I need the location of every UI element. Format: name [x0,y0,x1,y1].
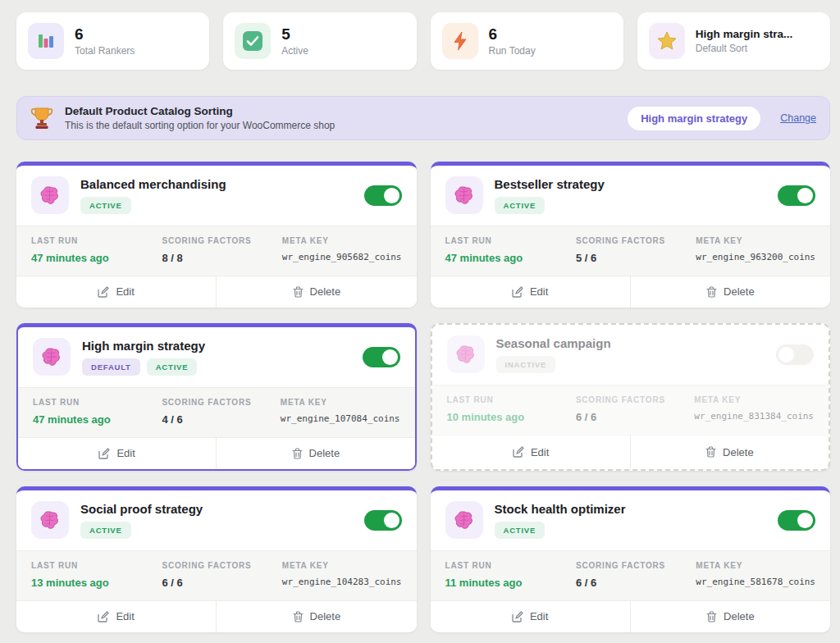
bolt-icon [442,23,478,59]
last-run-value: 11 minutes ago [445,577,571,589]
status-badge: ACTIVE [80,522,131,539]
brain-icon [445,501,483,539]
status-badge: ACTIVE [495,522,546,539]
status-badge: ACTIVE [147,358,198,376]
scoring-factors-label: SCORING FACTORS [162,236,276,245]
scoring-factors-label: SCORING FACTORS [576,236,691,245]
stat-card-total-rankers: 6 Total Rankers [16,12,209,70]
stat-card-run-today: 6 Run Today [431,12,623,70]
stat-label: Default Sort [696,43,793,54]
toggle-knob [778,347,794,363]
banner-title: Default Product Catalog Sorting [65,105,616,117]
brain-icon [31,176,69,214]
stat-label: Run Today [489,45,536,57]
delete-button[interactable]: Delete [630,276,830,308]
enable-toggle[interactable] [778,510,815,531]
card-stats: LAST RUN 47 minutes ago SCORING FACTORS … [16,226,417,276]
trophy-icon [30,106,53,130]
stat-value: High margin stra... [696,28,793,41]
strategy-card: Stock health optimizer ACTIVE LAST RUN 1… [431,486,831,632]
meta-key-label: META KEY [282,236,402,245]
meta-key-value: wr_engine_104283_coins [282,577,402,587]
delete-button[interactable]: Delete [216,276,416,308]
meta-key-label: META KEY [281,398,400,407]
scoring-factors-label: SCORING FACTORS [162,561,276,570]
scoring-factors-label: SCORING FACTORS [576,561,691,570]
edit-button[interactable]: Edit [431,276,630,308]
meta-key-value: wr_engine_831384_coins [694,411,814,422]
delete-button-label: Delete [310,285,341,298]
trash-icon [293,286,304,298]
brain-icon [447,335,485,373]
scoring-factors-value: 8 / 8 [162,252,276,264]
current-default-strategy-pill[interactable]: High margin strategy [628,107,760,130]
stat-label: Active [281,45,308,57]
edit-button-label: Edit [530,285,548,298]
meta-key-value: wr_engine_581678_coins [696,577,815,587]
brain-icon [33,338,71,376]
scoring-factors-label: SCORING FACTORS [576,395,689,404]
enable-toggle[interactable] [776,344,814,365]
enable-toggle[interactable] [364,510,402,531]
delete-button[interactable]: Delete [630,436,829,469]
last-run-value: 47 minutes ago [33,413,157,426]
badge-row: ACTIVE [80,197,353,214]
card-footer: Edit Delete [18,438,415,469]
last-run-value: 47 minutes ago [31,252,157,264]
meta-key-label: META KEY [694,395,814,404]
delete-button[interactable]: Delete [630,601,830,632]
status-badge: ACTIVE [495,197,546,214]
edit-button-label: Edit [116,447,135,459]
card-stats: LAST RUN 10 minutes ago SCORING FACTORS … [432,385,829,436]
strategy-grid: Balanced merchandising ACTIVE LAST RUN 4… [16,162,830,632]
meta-key-label: META KEY [696,561,815,570]
stat-card-default-sort: High margin stra... Default Sort [637,12,830,70]
change-default-link[interactable]: Change [780,112,816,124]
trash-icon [706,611,717,622]
strategy-name: Stock health optimizer [495,502,767,516]
last-run-label: LAST RUN [33,398,157,407]
strategy-name: Seasonal campaign [496,336,765,350]
card-footer: Edit Delete [16,276,417,308]
stat-card-active: 5 Active [223,12,416,70]
brain-icon [31,501,69,539]
scoring-factors-value: 4 / 6 [162,413,275,426]
last-run-label: LAST RUN [447,395,571,404]
meta-key-label: META KEY [282,561,402,570]
meta-key-label: META KEY [696,236,815,245]
last-run-value: 47 minutes ago [445,252,571,264]
delete-button-label: Delete [724,610,755,622]
enable-toggle[interactable] [364,185,402,206]
edit-button[interactable]: Edit [18,438,216,469]
toggle-knob [797,188,813,203]
edit-button[interactable]: Edit [16,601,216,632]
enable-toggle[interactable] [778,185,815,206]
edit-button[interactable]: Edit [16,276,216,308]
stats-row: 6 Total Rankers 5 Active 6 Run Today [16,12,830,70]
stat-value: 6 [75,25,135,43]
badge-row: ACTIVE [80,522,353,539]
edit-icon [513,446,524,458]
stat-label: Total Rankers [75,45,135,57]
enable-toggle[interactable] [363,347,400,367]
edit-button-label: Edit [530,610,548,622]
scoring-factors-value: 5 / 6 [576,252,691,264]
edit-icon [98,448,110,459]
last-run-label: LAST RUN [31,236,157,245]
delete-button-label: Delete [723,446,754,458]
edit-button[interactable]: Edit [431,601,630,632]
card-stats: LAST RUN 47 minutes ago SCORING FACTORS … [18,387,415,438]
bar-chart-icon [28,23,64,59]
last-run-label: LAST RUN [445,561,571,570]
banner-subtitle: This is the default sorting option for y… [65,120,616,131]
strategy-name: High margin strategy [82,339,351,353]
delete-button-label: Delete [309,447,340,459]
star-icon [649,23,685,59]
delete-button-label: Delete [310,610,341,622]
last-run-value: 13 minutes ago [31,577,157,589]
toggle-knob [382,349,398,365]
delete-button[interactable]: Delete [216,438,414,469]
card-header: High margin strategy DEFAULTACTIVE [18,327,415,387]
edit-button[interactable]: Edit [432,436,630,469]
delete-button[interactable]: Delete [216,601,416,632]
